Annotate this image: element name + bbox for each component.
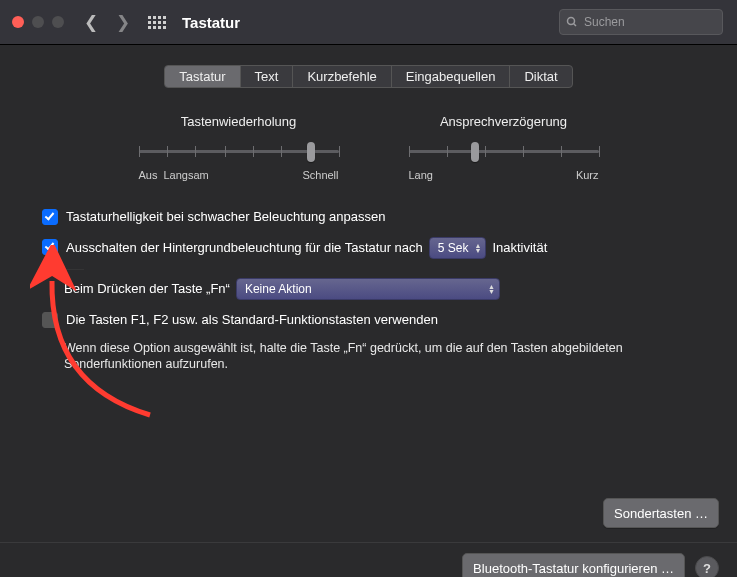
zoom-icon[interactable]	[52, 16, 64, 28]
search-field[interactable]	[559, 9, 723, 35]
titlebar: ❮ ❯ Tastatur	[0, 0, 737, 45]
key-repeat-knob[interactable]	[307, 142, 315, 162]
checkbox-backlight-off[interactable]	[42, 239, 58, 255]
select-backlight-timeout[interactable]: 5 Sek ▲▼	[429, 237, 487, 259]
delay-slider[interactable]	[409, 141, 599, 165]
tab-diktat[interactable]: Diktat	[510, 66, 571, 87]
hint-fkeys-standard: Wenn diese Option ausgewählt ist, halte …	[64, 340, 707, 372]
options: Tastaturhelligkeit bei schwacher Beleuch…	[42, 207, 707, 372]
divider	[64, 269, 84, 270]
key-repeat-off: Aus	[139, 169, 158, 181]
key-repeat-slow: Langsam	[157, 169, 302, 181]
close-icon[interactable]	[12, 16, 24, 28]
label-fn-press: Beim Drücken der Taste „Fn“	[64, 279, 230, 299]
sliders: Tastenwiederholung Aus Langsam Schnell A…	[18, 114, 719, 181]
tab-text[interactable]: Text	[241, 66, 294, 87]
svg-line-1	[574, 24, 577, 27]
content: Tastatur Text Kurzbefehle Eingabequellen…	[0, 45, 737, 542]
nav-buttons: ❮ ❯	[84, 12, 130, 33]
tab-tastatur[interactable]: Tastatur	[165, 66, 240, 87]
help-button[interactable]: ?	[695, 556, 719, 577]
select-fn-action[interactable]: Keine Aktion ▲▼	[236, 278, 500, 300]
updown-icon: ▲▼	[474, 243, 481, 253]
row-backlight-off: Ausschalten der Hintergrundbeleuchtung f…	[42, 237, 707, 259]
delay-label: Ansprechverzögerung	[409, 114, 599, 129]
select-backlight-timeout-value: 5 Sek	[438, 238, 469, 258]
key-repeat-label: Tastenwiederholung	[139, 114, 339, 129]
row-fkeys-standard: Die Tasten F1, F2 usw. als Standard-Funk…	[42, 310, 707, 330]
key-repeat-fast: Schnell	[302, 169, 338, 181]
svg-point-0	[568, 18, 575, 25]
delay-long: Lang	[409, 169, 433, 181]
special-keys-button[interactable]: Sondertasten …	[603, 498, 719, 528]
forward-button[interactable]: ❯	[116, 12, 130, 33]
row-auto-brightness: Tastaturhelligkeit bei schwacher Beleuch…	[42, 207, 707, 227]
tab-eingabequellen[interactable]: Eingabequellen	[392, 66, 511, 87]
label-backlight-off-pre: Ausschalten der Hintergrundbeleuchtung f…	[66, 238, 423, 258]
back-button[interactable]: ❮	[84, 12, 98, 33]
window-controls	[12, 16, 64, 28]
bluetooth-setup-button[interactable]: Bluetooth-Tastatur konfigurieren …	[462, 553, 685, 577]
search-icon	[566, 16, 578, 28]
label-auto-brightness: Tastaturhelligkeit bei schwacher Beleuch…	[66, 207, 385, 227]
footer: Bluetooth-Tastatur konfigurieren … ?	[0, 542, 737, 577]
updown-icon: ▲▼	[488, 284, 495, 294]
key-repeat-group: Tastenwiederholung Aus Langsam Schnell	[139, 114, 339, 181]
checkbox-auto-brightness[interactable]	[42, 209, 58, 225]
delay-knob[interactable]	[471, 142, 479, 162]
tabbar-wrap: Tastatur Text Kurzbefehle Eingabequellen…	[18, 65, 719, 88]
key-repeat-slider[interactable]	[139, 141, 339, 165]
delay-group: Ansprechverzögerung Lang Kurz	[409, 114, 599, 181]
label-backlight-off-post: Inaktivität	[492, 238, 547, 258]
bottom-right: Sondertasten …	[603, 498, 719, 528]
select-fn-action-value: Keine Aktion	[245, 279, 312, 299]
tab-kurzbefehle[interactable]: Kurzbefehle	[293, 66, 391, 87]
label-fkeys-standard: Die Tasten F1, F2 usw. als Standard-Funk…	[66, 310, 438, 330]
delay-short: Kurz	[576, 169, 599, 181]
checkbox-fkeys-standard[interactable]	[42, 312, 58, 328]
page-title: Tastatur	[182, 14, 240, 31]
row-fn-press: Beim Drücken der Taste „Fn“ Keine Aktion…	[64, 278, 707, 300]
tabbar: Tastatur Text Kurzbefehle Eingabequellen…	[164, 65, 572, 88]
search-input[interactable]	[582, 14, 716, 30]
show-all-icon[interactable]	[148, 16, 166, 29]
minimize-icon[interactable]	[32, 16, 44, 28]
